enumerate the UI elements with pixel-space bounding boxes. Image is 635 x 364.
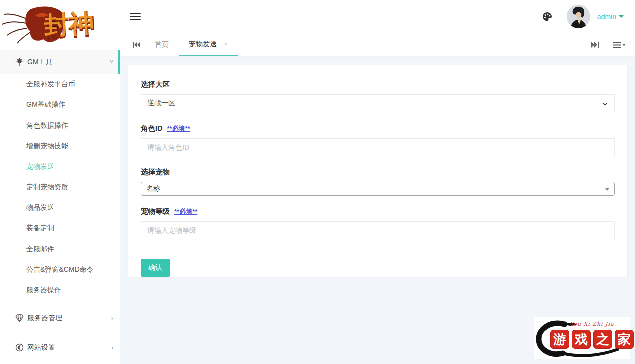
tab-home[interactable]: 首页 (145, 33, 179, 56)
tab-bar: 首页 宠物发送 × (120, 33, 635, 57)
required-badge: **必填** (167, 125, 190, 132)
active-indicator-bar (118, 50, 120, 74)
top-bar-right: admin (542, 5, 624, 28)
menu-spacer (0, 330, 120, 336)
form-group-role-id: 角色ID **必填** (141, 124, 615, 156)
tab-bar-right (591, 33, 626, 56)
sidebar-item-mail-all[interactable]: 全服邮件 (0, 238, 120, 259)
pet-level-label: 宠物等级 **必填** (141, 207, 615, 216)
website-settings-icon (15, 343, 24, 352)
confirm-button[interactable]: 确认 (141, 259, 170, 277)
chevron-down-icon: ˅ (110, 59, 113, 66)
pet-label: 选择宠物 (141, 167, 615, 177)
sidebar-item-pet-quality[interactable]: 定制宠物资质 (0, 177, 120, 197)
region-select[interactable]: 逆战一区 (141, 94, 615, 112)
sidebar-item-pet-skill[interactable]: 增删宠物技能 (0, 136, 120, 156)
sidebar-group-gm-tools-label: GM工具 (27, 58, 110, 67)
sidebar: 封神 封神 GM工具 ˅ 全服补发平台币 GM基础操作 角色数据操作 增删宠物技… (0, 0, 120, 364)
sidebar-item-gm-basic[interactable]: GM基础操作 (0, 94, 120, 115)
form-group-region: 选择大区 逆战一区 (141, 80, 615, 112)
sidebar-item-server-ops[interactable]: 服务器操作 (0, 280, 120, 300)
sidebar-item-pet-send[interactable]: 宠物发送 (0, 156, 120, 177)
role-id-input[interactable] (141, 138, 615, 156)
watermark-stamps: 游 戏 之 家 (550, 330, 634, 349)
tab-pet-send-label: 宠物发送 (189, 40, 217, 49)
sidebar-group-gm-tools[interactable]: GM工具 ˅ (0, 50, 120, 74)
svg-text:封神: 封神 (43, 8, 95, 40)
avatar-image (567, 5, 590, 28)
gem-icon (15, 314, 24, 322)
rewind-icon (133, 42, 140, 48)
main-header-area: admin 首页 宠物发送 × (120, 0, 635, 57)
pet-send-form-card: 选择大区 逆战一区 角色ID **必填** 选择宠物 名称 (128, 65, 627, 277)
sidebar-item-announce-cmd[interactable]: 公告&弹窗&CMD命令 (0, 259, 120, 280)
lion-logo-icon: 封神 封神 (0, 0, 120, 50)
sidebar-item-platform-coin[interactable]: 全服补发平台币 (0, 74, 120, 94)
sidebar-group-server-mgmt[interactable]: 服务器管理 › (0, 306, 120, 330)
user-name: admin (597, 13, 616, 21)
tab-close-icon[interactable]: × (224, 40, 228, 48)
stamp-char: 戏 (572, 330, 591, 349)
lightbulb-icon (15, 58, 24, 66)
user-menu[interactable]: admin (597, 13, 624, 21)
sidebar-group-site-settings[interactable]: 网站设置 › (0, 336, 120, 359)
sidebar-group-server-mgmt-label: 服务器管理 (27, 314, 111, 323)
sidebar-item-item-send[interactable]: 物品发送 (0, 197, 120, 218)
form-group-pet-level: 宠物等级 **必填** (141, 207, 615, 239)
region-label: 选择大区 (141, 80, 615, 89)
sidebar-group-site-settings-label: 网站设置 (27, 343, 111, 352)
tab-scroll-left-icon[interactable] (128, 33, 145, 56)
region-select-value: 逆战一区 (147, 99, 175, 108)
tab-options-menu[interactable] (613, 42, 626, 48)
chevron-right-icon: › (111, 315, 113, 322)
pet-level-label-text: 宠物等级 (141, 207, 170, 215)
pet-select[interactable]: 名称 (141, 182, 615, 196)
stamp-char: 游 (550, 330, 569, 349)
caret-down-icon (619, 15, 624, 18)
sidebar-item-equip-custom[interactable]: 装备定制 (0, 218, 120, 238)
top-bar: admin (120, 0, 635, 33)
watermark-script-text: You Xi Zhi Jia (570, 321, 614, 327)
tab-scroll-right-icon[interactable] (591, 42, 599, 48)
theme-palette-icon[interactable] (542, 11, 553, 22)
list-caret-icon (613, 42, 626, 48)
pet-level-input[interactable] (141, 221, 615, 239)
role-id-label: 角色ID **必填** (141, 124, 615, 133)
watermark-logo: You Xi Zhi Jia 游 戏 之 家 (534, 317, 630, 359)
tab-home-label: 首页 (155, 40, 169, 49)
app-logo: 封神 封神 (0, 0, 120, 50)
tab-pet-send[interactable]: 宠物发送 × (179, 33, 238, 56)
chevron-right-icon: › (111, 344, 113, 351)
stamp-char: 家 (615, 330, 634, 349)
form-group-pet: 选择宠物 名称 (141, 167, 615, 196)
menu-toggle-icon[interactable] (130, 11, 141, 22)
dropdown-triangle-icon (605, 188, 609, 191)
pet-select-value: 名称 (146, 184, 160, 193)
user-avatar[interactable] (567, 5, 590, 28)
stamp-char: 之 (593, 330, 612, 349)
required-badge: **必填** (174, 208, 197, 215)
fast-forward-icon (591, 42, 599, 48)
sidebar-menu: GM工具 ˅ 全服补发平台币 GM基础操作 角色数据操作 增删宠物技能 宠物发送… (0, 50, 120, 359)
chevron-down-icon (602, 102, 608, 106)
sidebar-item-role-data[interactable]: 角色数据操作 (0, 115, 120, 136)
menu-spacer (0, 300, 120, 306)
role-id-label-text: 角色ID (141, 124, 163, 132)
